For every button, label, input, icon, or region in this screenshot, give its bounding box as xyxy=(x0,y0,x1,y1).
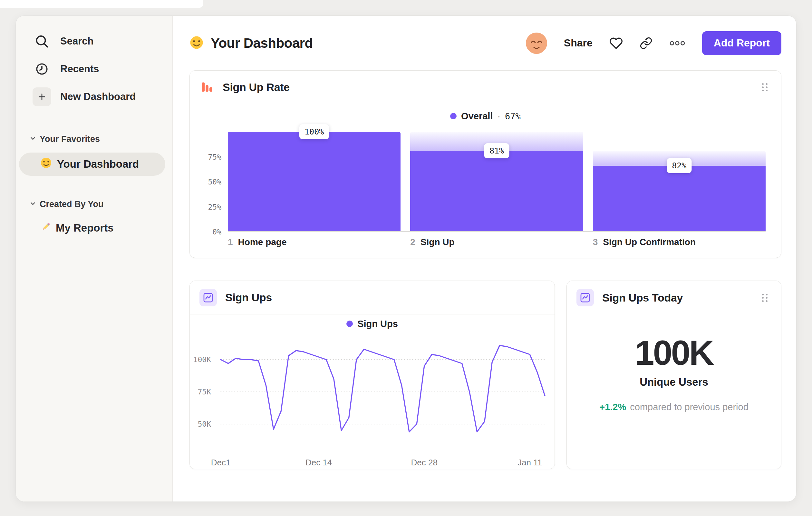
funnel-ylabels: 75%50%25%0% xyxy=(200,132,221,232)
line-ylabels: 100K75K50K xyxy=(190,336,215,453)
funnel-value-chip: 81% xyxy=(484,143,509,158)
section-label: Your Favorites xyxy=(40,134,100,144)
sidebar-item-label: Search xyxy=(60,35,93,47)
line-gridlines xyxy=(221,360,545,424)
more-options-icon[interactable] xyxy=(669,40,685,47)
heart-icon[interactable] xyxy=(609,36,623,50)
legend-item-signups[interactable]: Sign Ups xyxy=(346,319,398,329)
sidebar-item-search[interactable]: Search xyxy=(16,27,172,55)
legend-item-overall[interactable]: Overall · 67% xyxy=(450,111,521,121)
drag-handle-icon[interactable] xyxy=(759,291,770,304)
line-xticks: Dec1Dec 14Dec 28Jan 11 xyxy=(221,453,545,467)
funnel-ytick: 50% xyxy=(208,178,221,186)
funnel-step-label: 3Sign Up Confirmation xyxy=(593,237,765,247)
funnel-step-label: 2Sign Up xyxy=(410,237,583,247)
funnel-step-label: 1Home page xyxy=(228,237,401,247)
sidebar-item-label: Recents xyxy=(60,63,99,75)
signups-line-chart: 100K75K50K Dec1Dec 14Dec 28Jan 11 xyxy=(221,336,545,453)
line-xtick: Dec 14 xyxy=(306,458,332,468)
signup-rate-card: Sign Up Rate Overall · 67% 75%50%25%0% 1… xyxy=(190,70,781,258)
metric-value: 100K xyxy=(567,334,781,371)
signups-card: Sign Ups Sign Ups 100K75K50K Dec1Dec 14D… xyxy=(190,280,555,469)
sidebar-section-created-by-you[interactable]: Created By You xyxy=(16,194,172,214)
app-window: Search Recents New Dashboard xyxy=(16,16,796,502)
card-title: Sign Up Rate xyxy=(223,81,290,93)
chevron-down-icon xyxy=(29,199,36,209)
metric-delta: +1.2% xyxy=(599,402,626,412)
line-ytick: 75K xyxy=(185,387,211,396)
browser-chrome-artifact xyxy=(0,0,203,8)
share-button[interactable]: Share xyxy=(564,37,592,49)
search-icon xyxy=(33,32,51,51)
sidebar-section-your-favorites[interactable]: Your Favorites xyxy=(16,129,172,149)
funnel-value-chip: 82% xyxy=(667,158,692,173)
sidebar-item-label: New Dashboard xyxy=(60,91,136,103)
add-report-button[interactable]: Add Report xyxy=(702,31,781,55)
signups-today-card: Sign Ups Today 100K Unique Users +1.2% c… xyxy=(567,280,781,469)
page-title: Your Dashboard xyxy=(211,35,313,51)
funnel-ytick: 0% xyxy=(212,228,221,236)
legend-label: Sign Ups xyxy=(357,319,398,329)
legend-dot xyxy=(346,321,353,327)
line-ytick: 50K xyxy=(185,419,211,429)
funnel-bars: 100%81%82% xyxy=(228,132,765,232)
legend-separator: · xyxy=(497,111,500,121)
funnel-ytick: 25% xyxy=(208,203,221,211)
funnel-bar-step-2[interactable]: 81% xyxy=(410,132,583,231)
smiley-emoji-icon xyxy=(40,157,52,171)
legend-value: 67% xyxy=(505,111,521,121)
plus-icon xyxy=(33,87,51,106)
funnel-bar-step-1[interactable]: 100% xyxy=(228,132,401,231)
line-chart-icon xyxy=(199,289,217,306)
clock-icon xyxy=(33,60,51,78)
sidebar-item-label: My Reports xyxy=(56,222,114,234)
line-ytick: 100K xyxy=(185,355,211,364)
funnel-bar-fill xyxy=(410,151,583,231)
dashboard-header: Your Dashboard Share xyxy=(190,16,781,70)
signups-line xyxy=(221,345,545,432)
sidebar-item-recents[interactable]: Recents xyxy=(16,55,172,83)
legend-label: Overall xyxy=(461,111,493,121)
link-icon[interactable] xyxy=(640,37,652,50)
line-chart-svg xyxy=(221,336,545,453)
sidebar-item-your-dashboard[interactable]: Your Dashboard xyxy=(19,153,165,176)
funnel-bar-step-3[interactable]: 82% xyxy=(593,132,765,231)
chevron-down-icon xyxy=(29,134,36,144)
line-xtick: Jan 11 xyxy=(518,458,542,468)
sidebar-item-new-dashboard[interactable]: New Dashboard xyxy=(16,83,172,111)
funnel-bar-fill xyxy=(228,132,401,231)
funnel-value-chip: 100% xyxy=(299,124,329,139)
funnel-ytick: 75% xyxy=(208,153,221,161)
section-label: Created By You xyxy=(40,199,104,209)
avatar[interactable] xyxy=(526,33,547,54)
line-chart-icon xyxy=(576,289,594,306)
funnel-step-labels: 1Home page2Sign Up3Sign Up Confirmation xyxy=(228,237,765,247)
legend-dot xyxy=(450,113,457,119)
line-xtick: Dec 28 xyxy=(411,458,437,468)
metric-delta-note: compared to previous period xyxy=(630,402,749,412)
main-content: Your Dashboard Share xyxy=(173,16,796,501)
metric-label: Unique Users xyxy=(567,376,781,388)
line-xtick: Dec1 xyxy=(211,458,231,468)
card-title: Sign Ups xyxy=(225,291,272,304)
drag-handle-icon[interactable] xyxy=(759,81,770,94)
funnel-chart-icon xyxy=(199,79,214,96)
smiley-emoji-icon xyxy=(190,35,204,51)
funnel-bar-fill xyxy=(593,166,765,231)
card-title: Sign Ups Today xyxy=(602,292,683,304)
sidebar: Search Recents New Dashboard xyxy=(16,16,173,501)
pencil-emoji-icon xyxy=(40,221,51,235)
sidebar-item-my-reports[interactable]: My Reports xyxy=(16,216,172,240)
sidebar-item-label: Your Dashboard xyxy=(57,158,139,170)
